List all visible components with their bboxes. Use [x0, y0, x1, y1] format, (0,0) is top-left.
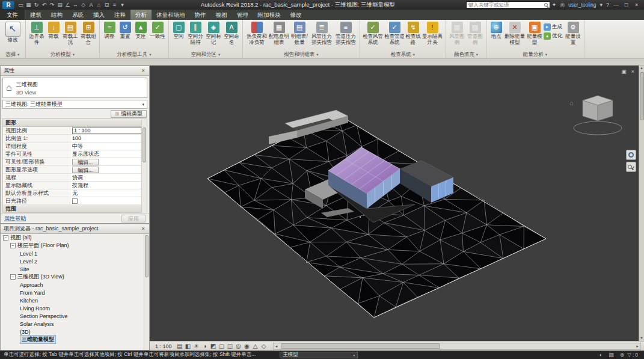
maximize-button[interactable]: □	[621, 0, 631, 10]
property-row[interactable]: 规程 协调	[3, 174, 147, 182]
check-pipe-systems-button[interactable]: ✓ 检查管道系统	[384, 21, 405, 45]
load-cases-button[interactable]: ▤ 荷载工况	[61, 21, 79, 45]
visual-style-icon[interactable]: ◧	[184, 343, 192, 349]
project-browser-scrollbar[interactable]	[144, 234, 149, 350]
minimize-button[interactable]: —	[611, 0, 621, 10]
panel-label-energy-analysis[interactable]: 能量分析▾	[486, 51, 584, 58]
heating-cooling-loads-button[interactable]: 热负荷和冷负荷	[245, 21, 269, 45]
tab-file[interactable]: 文件	[0, 10, 25, 20]
optimize-button[interactable]: ▴ 优化	[544, 32, 564, 40]
panel-label-select[interactable]: 选择▾	[0, 51, 25, 58]
space-tag-button[interactable]: ◈ 空间标记	[204, 21, 222, 45]
scrollbar-thumb[interactable]	[143, 127, 146, 162]
default-3d-view-icon[interactable]: ⌂	[95, 0, 103, 10]
tree-item-section-perspective[interactable]: Section Perspective	[1, 312, 149, 320]
load-combinations-button[interactable]: ⊞ 荷载组合	[79, 21, 97, 45]
tab-architecture[interactable]: 建筑	[25, 10, 46, 20]
collapse-icon[interactable]: −	[10, 243, 16, 248]
view-scale-dropdown[interactable]: 1 : 100▾	[72, 127, 145, 134]
property-row[interactable]: 可见性/图形替换 编辑...	[3, 158, 147, 166]
scroll-up-icon[interactable]: ▲	[640, 66, 643, 71]
project-browser-close-icon[interactable]: ×	[140, 226, 146, 232]
tag-icon[interactable]: ◇	[79, 0, 87, 10]
tree-item-views[interactable]: −视图 (all)	[1, 234, 149, 242]
panel-label-spaces-zones[interactable]: 空间和分区▾	[169, 51, 242, 58]
supports-button[interactable]: ▲ 支座	[133, 21, 149, 40]
displacement-icon[interactable]: ◇	[260, 343, 268, 349]
panel-schedules-button[interactable]: ▦ 配电盘明细表	[269, 21, 289, 45]
scrollbar-thumb[interactable]	[640, 72, 644, 120]
section-icon[interactable]: ⊟	[103, 0, 111, 10]
tree-item-3d-views[interactable]: −三维视图 (3D View)	[1, 273, 149, 281]
properties-close-icon[interactable]: ×	[140, 67, 146, 74]
steering-wheel-button[interactable]	[626, 150, 636, 160]
sun-path-checkbox[interactable]	[72, 198, 78, 204]
adjust-button[interactable]: ≈ 调整	[102, 21, 117, 40]
energy-model-button[interactable]: ▣ 能量模型	[526, 21, 544, 45]
project-browser-header[interactable]: 项目浏览器 - rac_basic_sample_project ×	[1, 224, 149, 234]
exclude-options-icon[interactable]: ⊗	[620, 352, 625, 358]
drawing-area[interactable]: ⌂ ▣ × ▾ ▲ ▼	[150, 66, 644, 341]
scroll-right-icon[interactable]: ▸	[634, 344, 640, 349]
tab-analyze[interactable]: 分析	[130, 10, 152, 20]
sun-path-icon[interactable]: ☀	[192, 343, 201, 349]
collapse-icon[interactable]: −	[3, 235, 8, 241]
properties-header[interactable]: 属性 ×	[1, 66, 149, 76]
horizontal-scrollbar[interactable]: ◂ ▸	[273, 343, 641, 350]
visibility-graphics-edit-button[interactable]: 编辑...	[72, 159, 99, 165]
user-menu-chevron-icon[interactable]: ▾	[600, 2, 603, 8]
analytical-model-icon[interactable]: △	[251, 343, 260, 349]
close-view-icon[interactable]: ×	[631, 69, 634, 75]
communication-center-icon[interactable]: ◎	[560, 2, 565, 8]
boundary-conditions-button[interactable]: ⊥ 边界条件	[28, 21, 46, 45]
view-selector-dropdown[interactable]: 三维视图: 三维能量模型 ▾	[2, 100, 147, 109]
rendering-dialog-icon[interactable]: ◩	[209, 343, 218, 349]
search-box[interactable]	[466, 1, 550, 8]
detail-level-icon[interactable]: ▤	[176, 343, 184, 349]
editable-only-icon[interactable]: ▧	[609, 352, 614, 358]
tree-item-floor-plans[interactable]: −楼层平面 (Floor Plan)	[1, 242, 149, 250]
view-scale-control[interactable]: 1 : 100	[152, 343, 176, 349]
duct-pressure-loss-report-button[interactable]: ≣ 风管压力损失报告	[310, 21, 334, 45]
type-selector[interactable]: ⌂ 三维视图 3D View	[2, 78, 147, 98]
measure-icon[interactable]: ∠	[64, 0, 72, 10]
check-circuits-button[interactable]: ↯ 检查线路	[405, 21, 421, 45]
reveal-hidden-elements-icon[interactable]: ◉	[243, 343, 251, 349]
scroll-left-icon[interactable]: ◂	[274, 344, 280, 349]
vertical-scrollbar[interactable]: ▲ ▼	[639, 66, 644, 341]
property-row[interactable]: 图形显示选项 编辑...	[3, 166, 147, 174]
generate-button[interactable]: ▸ 生成	[544, 23, 564, 31]
search-icon[interactable]	[544, 3, 548, 7]
section-extents[interactable]: 范围▴	[3, 205, 147, 213]
3d-view-canvas[interactable]: ⌂	[150, 66, 639, 341]
save-icon[interactable]: ▦	[25, 0, 32, 10]
zoom-button[interactable]: ▾	[626, 162, 636, 172]
tree-item-kitchen[interactable]: Kitchen	[1, 296, 149, 304]
property-row[interactable]: 显示隐藏线 按规程	[3, 182, 147, 189]
tree-item-from-yard[interactable]: From Yard	[1, 289, 149, 296]
redo-icon[interactable]: ↷	[48, 0, 56, 10]
location-button[interactable]: ⊕ 地点	[488, 21, 504, 40]
temporary-hide-isolate-icon[interactable]: ◎	[235, 343, 243, 349]
tree-item-living-room[interactable]: Living Room	[1, 304, 149, 312]
section-graphics[interactable]: 图形▴	[3, 119, 147, 127]
show-crop-region-icon[interactable]: ◫	[226, 343, 235, 349]
property-row[interactable]: 默认分析显示样式 无	[3, 189, 147, 197]
property-row[interactable]: 视图比例 1 : 100▾	[3, 127, 147, 135]
apply-button[interactable]: 应用	[121, 215, 146, 222]
customize-qat-icon[interactable]: ▾	[118, 0, 126, 10]
close-button[interactable]: ×	[631, 0, 642, 10]
energy-settings-button[interactable]: ⚙ 能量设置	[564, 21, 582, 45]
tab-structure[interactable]: 结构	[46, 10, 67, 20]
thin-lines-icon[interactable]: ≡	[111, 0, 118, 10]
restore-view-icon[interactable]: ▣	[621, 69, 627, 75]
properties-help-link[interactable]: 属性帮助	[4, 215, 26, 222]
tree-item-approach[interactable]: Approach	[1, 281, 149, 289]
space-naming-button[interactable]: A 空间命名	[222, 21, 241, 45]
consistency-button[interactable]: ✓ 一致性	[149, 21, 167, 40]
tab-insert[interactable]: 插入	[88, 10, 109, 20]
exchange-apps-icon[interactable]: ✦	[552, 2, 557, 8]
property-row[interactable]: 详细程度 中等	[3, 143, 147, 150]
tree-item-energy-model-view[interactable]: 三维能量模型	[1, 336, 149, 343]
tab-view[interactable]: 视图	[211, 10, 232, 20]
